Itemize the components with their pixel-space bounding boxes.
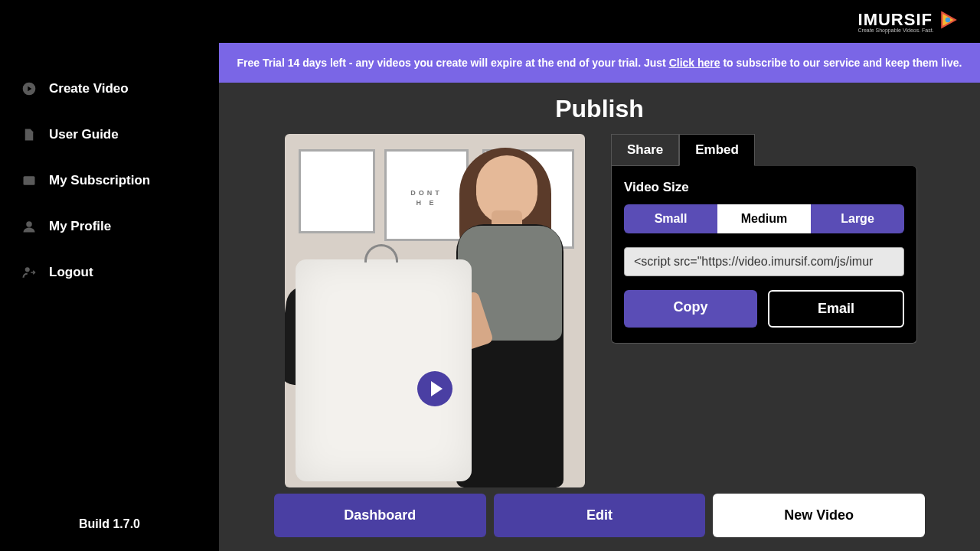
page-title: Publish (219, 95, 980, 123)
user-icon (21, 219, 37, 234)
sidebar-item-logout[interactable]: Logout (0, 249, 219, 295)
svg-point-0 (946, 18, 951, 23)
embed-panel: Video Size Small Medium Large <script sr… (611, 166, 917, 344)
brand-logo[interactable]: IMURSIF Create Shoppable Videos. Fast. (858, 10, 959, 33)
play-logo-icon (939, 10, 959, 30)
size-large-button[interactable]: Large (811, 204, 904, 233)
sidebar-item-user-guide[interactable]: User Guide (0, 112, 219, 158)
sidebar-item-label: User Guide (49, 127, 119, 142)
new-video-button[interactable]: New Video (713, 494, 925, 537)
svg-point-3 (26, 221, 32, 227)
sidebar-item-label: Logout (49, 265, 93, 280)
play-circle-icon (21, 81, 37, 96)
sidebar-item-label: Create Video (49, 81, 129, 96)
edit-button[interactable]: Edit (494, 494, 706, 537)
sidebar: Create Video User Guide My Subscription … (0, 43, 219, 551)
tabs-row: Share Embed (611, 134, 917, 166)
build-version: Build 1.7.0 (0, 497, 219, 551)
tab-share[interactable]: Share (611, 134, 679, 166)
svg-rect-2 (24, 176, 35, 185)
sidebar-item-label: My Subscription (49, 173, 150, 188)
top-bar: IMURSIF Create Shoppable Videos. Fast. (0, 0, 980, 43)
sidebar-item-create-video[interactable]: Create Video (0, 66, 219, 112)
video-size-label: Video Size (624, 180, 904, 195)
brand-tagline: Create Shoppable Videos. Fast. (858, 28, 934, 33)
size-small-button[interactable]: Small (624, 204, 717, 233)
banner-link[interactable]: Click here (669, 57, 720, 69)
bottom-action-row: Dashboard Edit New Video (274, 494, 925, 537)
size-medium-button[interactable]: Medium (717, 204, 811, 233)
trial-banner: Free Trial 14 days left - any videos you… (219, 43, 980, 83)
sidebar-item-my-subscription[interactable]: My Subscription (0, 158, 219, 204)
document-icon (21, 127, 37, 142)
main-content: Free Trial 14 days left - any videos you… (219, 43, 980, 551)
tshirt (296, 259, 472, 481)
copy-button[interactable]: Copy (624, 290, 757, 328)
svg-point-4 (25, 267, 30, 272)
play-icon (431, 381, 443, 396)
logout-icon (21, 265, 37, 280)
play-button[interactable] (417, 371, 452, 406)
tab-embed[interactable]: Embed (679, 134, 755, 166)
poster-text: DONT H E (394, 168, 459, 229)
subscription-icon (21, 173, 37, 188)
banner-prefix: Free Trial 14 days left - any videos you… (237, 57, 669, 69)
embed-code-box[interactable]: <script src="https://video.imursif.com/j… (624, 247, 904, 276)
sidebar-item-label: My Profile (49, 219, 111, 234)
dashboard-button[interactable]: Dashboard (274, 494, 486, 537)
hanger (364, 244, 398, 262)
sidebar-item-my-profile[interactable]: My Profile (0, 204, 219, 249)
email-button[interactable]: Email (768, 290, 904, 328)
banner-suffix: to subscribe to our service and keep the… (720, 57, 962, 69)
wall-frame (299, 149, 375, 233)
video-preview[interactable]: DONT H E (285, 134, 585, 487)
size-selector: Small Medium Large (624, 204, 904, 233)
